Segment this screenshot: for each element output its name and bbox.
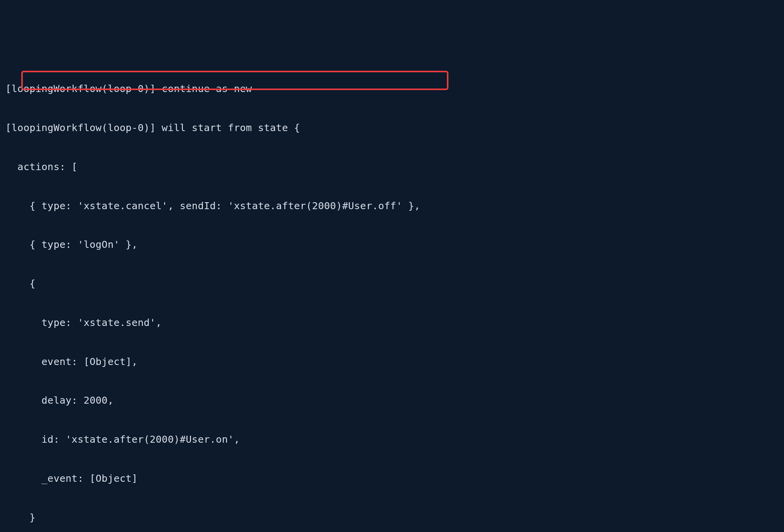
log-line: type: 'xstate.send', <box>5 316 779 329</box>
log-line: _event: [Object] <box>5 472 779 485</box>
terminal-output: [loopingWorkflow(loop-0)] continue as ne… <box>0 43 784 532</box>
log-line: event: [Object], <box>5 355 779 368</box>
log-line: { <box>5 277 779 290</box>
log-line: { type: 'logOn' }, <box>5 238 779 251</box>
log-line: [loopingWorkflow(loop-0)] will start fro… <box>5 121 779 135</box>
log-line: actions: [ <box>5 160 779 174</box>
log-line: delay: 2000, <box>5 394 779 407</box>
log-line: } <box>5 511 779 524</box>
log-line-highlighted: { type: 'xstate.cancel', sendId: 'xstate… <box>5 200 779 213</box>
log-line: [loopingWorkflow(loop-0)] continue as ne… <box>5 82 779 95</box>
log-line: id: 'xstate.after(2000)#User.on', <box>5 433 779 446</box>
